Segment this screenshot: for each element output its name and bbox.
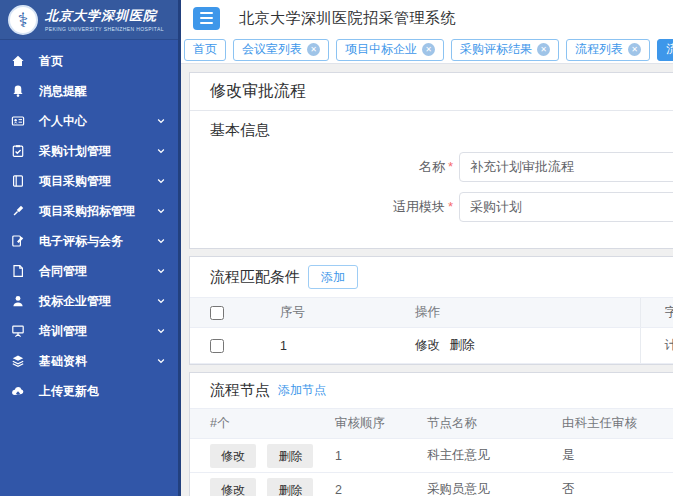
edit-doc-icon <box>11 234 25 248</box>
modify-button[interactable]: 修改 <box>210 478 256 496</box>
cell-order: 1 <box>315 439 407 473</box>
sidebar-item-contract-management[interactable]: 合同管理 <box>0 256 178 286</box>
sidebar-item-label: 上传更新包 <box>39 383 166 400</box>
chevron-down-icon <box>156 266 166 276</box>
tab-bar: 首页 会议室列表✕ 项目中标企业✕ 采购评标结果✕ 流程列表✕ 流程✕ <box>181 36 673 64</box>
sidebar-item-messages[interactable]: 消息提醒 <box>0 76 178 106</box>
cell-director: 否 <box>542 473 673 496</box>
required-marker: * <box>448 199 453 214</box>
tab-meeting-room-list[interactable]: 会议室列表✕ <box>233 39 329 61</box>
name-field-row: 名称* <box>210 152 673 182</box>
chevron-down-icon <box>156 326 166 336</box>
sidebar-item-label: 合同管理 <box>39 263 156 280</box>
tab-label: 首页 <box>193 41 217 58</box>
tab-evaluation-results[interactable]: 采购评标结果✕ <box>451 39 559 61</box>
layers-icon <box>11 354 25 368</box>
match-conditions-header: 流程匹配条件 添加 <box>190 257 673 289</box>
col-header-hash: #个 <box>190 409 315 439</box>
chevron-down-icon <box>156 206 166 216</box>
delete-button[interactable]: 删除 <box>267 478 313 496</box>
contract-icon <box>11 264 25 278</box>
content-area: 修改审批流程 基本信息 名称* 适用模块* 流程匹配条件 添加 <box>181 64 673 496</box>
menu-toggle-button[interactable] <box>193 7 220 30</box>
tab-process[interactable]: 流程✕ <box>657 39 673 61</box>
tab-home[interactable]: 首页 <box>184 39 226 61</box>
home-icon <box>11 54 25 68</box>
match-conditions-card: 流程匹配条件 添加 序号 操作 字 1 <box>189 256 673 365</box>
col-header-partial: 字 <box>640 298 673 328</box>
cell-actions: 修改 删除 <box>190 473 315 496</box>
table-row: 修改 删除 2 采购员意见 否 <box>190 473 673 496</box>
sidebar-item-project-purchase[interactable]: 项目采购管理 <box>0 166 178 196</box>
hospital-name-en: PEKING UNIVERSITY SHENZHEN HOSPITAL <box>45 26 164 32</box>
page-title: 修改审批流程 <box>210 81 673 102</box>
basic-info-title: 基本信息 <box>210 121 673 140</box>
sidebar-item-label: 个人中心 <box>39 113 156 130</box>
tab-label: 流程列表 <box>575 41 623 58</box>
close-icon[interactable]: ✕ <box>422 43 435 56</box>
chevron-down-icon <box>156 176 166 186</box>
sidebar-item-label: 基础资料 <box>39 353 156 370</box>
tab-label: 流程 <box>666 41 673 58</box>
tab-winning-bidders[interactable]: 项目中标企业✕ <box>336 39 444 61</box>
chevron-down-icon <box>156 236 166 246</box>
cloud-upload-icon <box>11 384 25 398</box>
delete-button[interactable]: 删除 <box>267 444 313 468</box>
process-nodes-header: 流程节点 添加节点 <box>190 373 673 400</box>
modify-button[interactable]: 修改 <box>210 444 256 468</box>
sidebar-item-upload-package[interactable]: 上传更新包 <box>0 376 178 406</box>
module-input[interactable] <box>459 192 673 222</box>
col-header-name: 节点名称 <box>407 409 542 439</box>
cell-order: 2 <box>315 473 407 496</box>
hospital-name-cn: 北京大学深圳医院 <box>45 7 164 25</box>
book-icon <box>11 174 25 188</box>
tab-process-list[interactable]: 流程列表✕ <box>566 39 650 61</box>
select-all-checkbox[interactable] <box>210 306 224 320</box>
name-input[interactable] <box>459 152 673 182</box>
cell-director: 是 <box>542 439 673 473</box>
basic-info-section: 基本信息 名称* 适用模块* <box>190 111 673 248</box>
sidebar-item-training-management[interactable]: 培训管理 <box>0 316 178 346</box>
cell-actions: 修改 删除 <box>395 328 640 364</box>
cell-partial: 计 <box>640 328 673 364</box>
cell-name: 采购员意见 <box>407 473 542 496</box>
close-icon[interactable]: ✕ <box>628 43 641 56</box>
sidebar-item-basic-data[interactable]: 基础资料 <box>0 346 178 376</box>
chevron-down-icon <box>156 116 166 126</box>
close-icon[interactable]: ✕ <box>307 43 320 56</box>
sidebar-item-personal-center[interactable]: 个人中心 <box>0 106 178 136</box>
menu-icon <box>200 12 213 14</box>
sidebar-item-home[interactable]: 首页 <box>0 46 178 76</box>
hospital-name: 北京大学深圳医院 PEKING UNIVERSITY SHENZHEN HOSP… <box>45 7 164 32</box>
row-checkbox[interactable] <box>210 339 224 353</box>
table-header-row: #个 审核顺序 节点名称 由科主任审核 <box>190 409 673 439</box>
col-header-no: 序号 <box>260 298 395 328</box>
module-label: 适用模块* <box>210 198 453 216</box>
sidebar-item-bidding-management[interactable]: 项目采购招标管理 <box>0 196 178 226</box>
required-marker: * <box>448 159 453 174</box>
sidebar-item-purchase-plan[interactable]: 采购计划管理 <box>0 136 178 166</box>
sidebar-item-label: 投标企业管理 <box>39 293 156 310</box>
presentation-icon <box>11 324 25 338</box>
table-row: 1 修改 删除 计 <box>190 328 673 364</box>
sidebar-item-label: 消息提醒 <box>39 83 166 100</box>
add-node-link[interactable]: 添加节点 <box>278 382 326 399</box>
process-nodes-title: 流程节点 <box>210 381 270 400</box>
add-condition-button[interactable]: 添加 <box>308 265 358 289</box>
cell-name: 科主任意见 <box>407 439 542 473</box>
sidebar-item-label: 项目采购招标管理 <box>39 203 156 220</box>
chevron-down-icon <box>156 356 166 366</box>
sidebar-item-label: 培训管理 <box>39 323 156 340</box>
table-header-row: 序号 操作 字 <box>190 298 673 328</box>
module-field-row: 适用模块* <box>210 192 673 222</box>
delete-link[interactable]: 删除 <box>449 338 474 352</box>
chevron-down-icon <box>156 296 166 306</box>
col-header-action: 操作 <box>395 298 640 328</box>
hospital-logo-icon: ⚕ <box>8 5 38 35</box>
sidebar-item-bidder-management[interactable]: 投标企业管理 <box>0 286 178 316</box>
modify-link[interactable]: 修改 <box>415 338 440 352</box>
close-icon[interactable]: ✕ <box>537 43 550 56</box>
sidebar-item-e-evaluation[interactable]: 电子评标与会务 <box>0 226 178 256</box>
tab-label: 采购评标结果 <box>460 41 532 58</box>
clipboard-icon <box>11 144 25 158</box>
